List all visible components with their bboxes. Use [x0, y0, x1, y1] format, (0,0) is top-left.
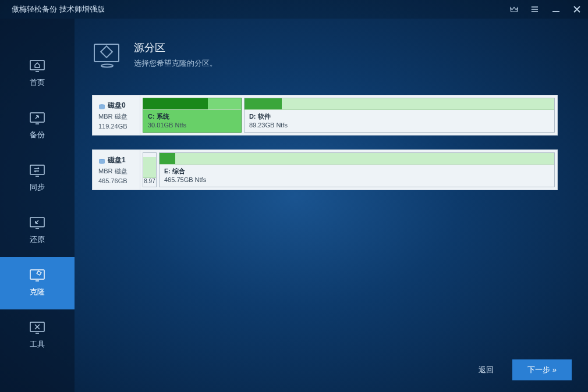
crown-icon[interactable]: [509, 4, 519, 15]
disk-name: 磁盘0: [108, 100, 126, 111]
disk-type: MBR 磁盘: [98, 166, 136, 176]
monitor-sync-icon: [30, 165, 45, 177]
sidebar-item-restore[interactable]: 还原: [0, 205, 75, 257]
svg-rect-11: [30, 113, 44, 122]
partition-label: D: 软件: [249, 112, 550, 121]
partition-detail: 89.23GB Ntfs: [249, 121, 550, 130]
disk-card: 磁盘1 MBR 磁盘 465.76GB 8.97 E: 综合 465.75GB …: [92, 149, 558, 190]
disk-name: 磁盘1: [108, 155, 126, 165]
disk-info: 磁盘0 MBR 磁盘 119.24GB: [93, 95, 140, 135]
partitions: 8.97 E: 综合 465.75GB Ntfs: [140, 150, 557, 190]
svg-point-4: [531, 9, 532, 10]
titlebar: 傲梅轻松备份 技术师增强版: [0, 0, 588, 19]
next-button[interactable]: 下一步 »: [512, 359, 572, 380]
svg-rect-17: [30, 270, 44, 279]
page-header: 源分区 选择您希望克隆的分区。: [92, 41, 558, 69]
menu-icon[interactable]: [530, 4, 540, 15]
titlebar-controls: [509, 4, 582, 15]
sidebar-item-label: 备份: [30, 130, 45, 140]
sidebar-item-label: 克隆: [30, 287, 45, 297]
svg-rect-19: [37, 271, 41, 275]
partition[interactable]: D: 软件 89.23GB Ntfs: [244, 98, 555, 133]
main-content: 源分区 选择您希望克隆的分区。 磁盘0 MBR 磁盘 119.24GB: [75, 19, 588, 392]
sidebar-item-label: 同步: [30, 182, 45, 193]
minimize-button[interactable]: [551, 4, 561, 15]
sidebar-item-tools[interactable]: 工具: [0, 309, 75, 362]
sidebar-item-backup[interactable]: 备份: [0, 100, 75, 152]
page-subtitle: 选择您希望克隆的分区。: [134, 58, 217, 69]
partition-detail: 465.75GB Ntfs: [164, 176, 550, 184]
partition-detail: 30.01GB Ntfs: [148, 121, 236, 130]
page-title: 源分区: [134, 41, 217, 55]
monitor-clone-icon: [30, 269, 45, 282]
svg-rect-15: [30, 218, 44, 227]
back-button[interactable]: 返回: [470, 360, 502, 380]
sidebar-item-label: 工具: [30, 339, 45, 350]
app-title: 傲梅轻松备份 技术师增强版: [12, 4, 105, 15]
svg-rect-9: [30, 60, 44, 70]
monitor-restore-icon: [30, 217, 45, 230]
source-partition-icon: [92, 42, 122, 69]
partition-label: E: 综合: [164, 167, 550, 176]
sidebar-item-label: 首页: [30, 77, 45, 88]
svg-point-5: [531, 11, 532, 12]
svg-point-24: [101, 65, 113, 67]
svg-rect-23: [101, 46, 112, 58]
svg-rect-13: [30, 165, 44, 174]
footer: 返回 下一步 »: [470, 359, 572, 380]
partition-small[interactable]: 8.97: [143, 152, 157, 187]
monitor-tools-icon: [30, 322, 45, 334]
disk-card: 磁盘0 MBR 磁盘 119.24GB C: 系统 30.01GB Ntfs D…: [92, 95, 558, 136]
disk-icon: [98, 157, 105, 163]
partition[interactable]: E: 综合 465.75GB Ntfs: [159, 152, 555, 187]
partition-label: C: 系统: [148, 112, 236, 121]
disk-info: 磁盘1 MBR 磁盘 465.76GB: [93, 150, 140, 190]
disk-type: MBR 磁盘: [98, 112, 136, 122]
disk-icon: [98, 102, 105, 108]
disk-size: 119.24GB: [98, 122, 136, 131]
sidebar-item-label: 还原: [30, 234, 45, 245]
sidebar-item-sync[interactable]: 同步: [0, 152, 75, 205]
sidebar-item-home[interactable]: 首页: [0, 48, 75, 100]
close-button[interactable]: [572, 4, 582, 15]
partition[interactable]: C: 系统 30.01GB Ntfs: [143, 98, 242, 133]
partitions: C: 系统 30.01GB Ntfs D: 软件 89.23GB Ntfs: [140, 95, 557, 135]
partition-label: 8.97: [144, 178, 155, 187]
monitor-backup-icon: [30, 112, 45, 125]
disk-size: 465.76GB: [98, 176, 136, 186]
sidebar: 首页 备份 同步 还原 克隆: [0, 19, 75, 392]
sidebar-item-clone[interactable]: 克隆: [0, 257, 75, 309]
svg-point-3: [531, 6, 532, 8]
monitor-home-icon: [30, 60, 45, 73]
